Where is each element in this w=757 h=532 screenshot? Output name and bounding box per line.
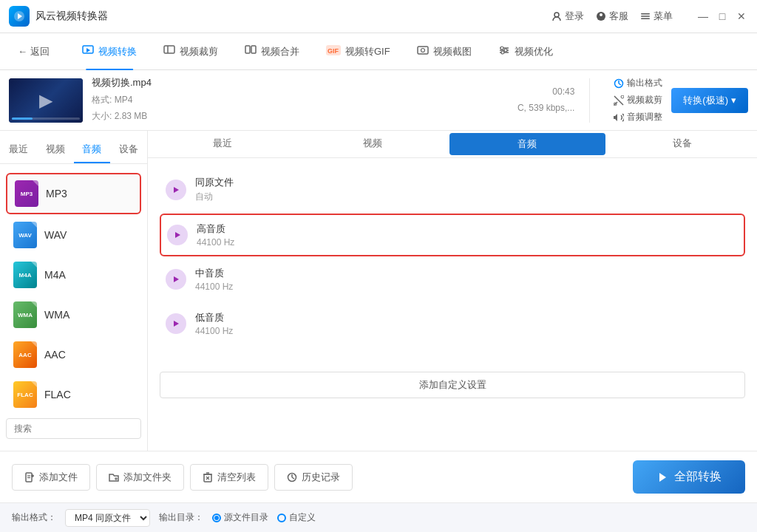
audio-adjust-btn[interactable]: 音频调整 bbox=[614, 111, 662, 123]
main-content: ▶ 视频切换.mp4 格式: MP4 大小: 2.83 MB 00:43 C, … bbox=[0, 70, 757, 451]
format-wav[interactable]: WAV WAV bbox=[6, 216, 141, 254]
tab-recent[interactable]: 最近 bbox=[0, 137, 37, 163]
nav-video-merge[interactable]: 视频合并 bbox=[233, 33, 311, 70]
file-details: 视频切换.mp4 格式: MP4 大小: 2.83 MB bbox=[92, 76, 509, 124]
nav-video-gif[interactable]: GIF 视频转GIF bbox=[314, 33, 402, 70]
svg-point-2 bbox=[554, 13, 559, 17]
svg-marker-29 bbox=[174, 187, 179, 193]
quality-high[interactable]: 高音质 44100 Hz bbox=[160, 214, 745, 256]
quality-tab-video[interactable]: 视频 bbox=[298, 131, 448, 157]
quality-low-icon bbox=[166, 313, 186, 334]
convert-all-button[interactable]: 全部转换 bbox=[633, 460, 745, 494]
svg-point-15 bbox=[421, 49, 424, 52]
quality-medium-info: 中音质 44100 Hz bbox=[195, 267, 739, 292]
quality-low-info: 低音质 44100 Hz bbox=[195, 311, 739, 336]
mp3-icon: MP3 bbox=[15, 180, 38, 207]
nav-video-optimize-icon bbox=[498, 44, 510, 58]
nav-video-convert[interactable]: 视频转换 bbox=[70, 33, 149, 70]
history-button[interactable]: 历史记录 bbox=[274, 464, 353, 491]
nav-video-screenshot-icon bbox=[417, 44, 429, 58]
service-button[interactable]: 客服 bbox=[596, 10, 628, 23]
flac-icon: FLAC bbox=[13, 381, 37, 408]
m4a-icon: M4A bbox=[13, 262, 37, 288]
quality-original-icon bbox=[166, 180, 186, 200]
format-search-input[interactable] bbox=[6, 418, 141, 439]
output-format-select[interactable]: MP4 同原文件 bbox=[65, 509, 150, 527]
file-size: 大小: 2.83 MB bbox=[92, 109, 509, 125]
file-format: 格式: MP4 bbox=[92, 92, 509, 109]
format-flac[interactable]: FLAC FLAC bbox=[6, 375, 141, 412]
svg-point-21 bbox=[501, 51, 504, 54]
bottom-bar: 添加文件 添加文件夹 清空列表 历史记录 全部转换 bbox=[0, 451, 757, 502]
quality-tab-device[interactable]: 设备 bbox=[608, 131, 758, 157]
quality-original-info: 同原文件 自动 bbox=[195, 176, 739, 203]
quality-panel: 最近 视频 音频 设备 同原文件 自动 bbox=[148, 131, 757, 451]
svg-line-24 bbox=[619, 83, 621, 85]
quality-tab-recent[interactable]: 最近 bbox=[148, 131, 298, 157]
svg-marker-30 bbox=[175, 232, 180, 238]
quality-high-icon bbox=[167, 225, 188, 245]
nav-video-convert-icon bbox=[82, 44, 94, 58]
source-dir-radio-dot bbox=[212, 514, 221, 522]
wav-icon: WAV bbox=[13, 222, 37, 248]
convert-dropdown-icon: ▾ bbox=[731, 95, 736, 106]
svg-point-19 bbox=[500, 47, 503, 50]
svg-point-20 bbox=[504, 49, 507, 52]
format-panel: 最近 视频 音频 设备 MP3 MP3 WAV WAV bbox=[0, 131, 757, 451]
back-button[interactable]: ← 返回 bbox=[12, 41, 55, 63]
quality-high-info: 高音质 44100 Hz bbox=[197, 222, 738, 248]
wma-icon: WMA bbox=[13, 301, 37, 328]
custom-dir-radio[interactable]: 自定义 bbox=[277, 511, 316, 524]
title-bar: 风云视频转换器 登录 客服 菜单 — □ ✕ bbox=[0, 0, 757, 33]
tab-video[interactable]: 视频 bbox=[37, 137, 74, 163]
format-aac[interactable]: AAC AAC bbox=[6, 335, 141, 374]
output-format-btn[interactable]: 输出格式 bbox=[614, 77, 662, 89]
clear-list-icon bbox=[203, 472, 213, 482]
format-wma[interactable]: WMA WMA bbox=[6, 296, 141, 334]
minimize-button[interactable]: — bbox=[696, 10, 710, 23]
clear-list-button[interactable]: 清空列表 bbox=[190, 464, 268, 491]
add-folder-button[interactable]: 添加文件夹 bbox=[96, 464, 184, 491]
app-title: 风云视频转换器 bbox=[35, 10, 551, 23]
add-custom-button[interactable]: 添加自定义设置 bbox=[160, 372, 745, 398]
aac-icon: AAC bbox=[13, 341, 37, 368]
history-icon bbox=[287, 472, 297, 482]
nav-video-cut-icon bbox=[163, 44, 175, 58]
svg-marker-7 bbox=[86, 48, 90, 52]
svg-rect-11 bbox=[251, 46, 256, 53]
add-file-icon bbox=[24, 472, 35, 482]
nav-video-cut[interactable]: 视频裁剪 bbox=[152, 33, 230, 70]
nav-video-screenshot[interactable]: 视频截图 bbox=[405, 33, 483, 70]
svg-rect-4 bbox=[641, 16, 650, 17]
convert-all-icon bbox=[656, 471, 668, 483]
tab-device[interactable]: 设备 bbox=[110, 137, 147, 163]
svg-marker-32 bbox=[174, 321, 179, 327]
close-button[interactable]: ✕ bbox=[735, 10, 748, 23]
add-file-button[interactable]: 添加文件 bbox=[12, 464, 90, 491]
source-dir-radio[interactable]: 源文件目录 bbox=[212, 511, 268, 524]
convert-button[interactable]: 转换(极速) ▾ bbox=[671, 88, 748, 113]
quality-tab-row: 最近 视频 音频 设备 bbox=[148, 131, 757, 158]
nav-video-optimize[interactable]: 视频优化 bbox=[486, 33, 565, 70]
svg-rect-5 bbox=[641, 18, 650, 20]
file-thumbnail: ▶ bbox=[9, 78, 83, 123]
menu-button[interactable]: 菜单 bbox=[640, 10, 673, 23]
svg-line-47 bbox=[292, 477, 294, 479]
quality-low[interactable]: 低音质 44100 Hz bbox=[160, 302, 745, 345]
quality-tab-audio[interactable]: 音频 bbox=[449, 133, 605, 155]
svg-marker-31 bbox=[174, 276, 179, 282]
tab-audio[interactable]: 音频 bbox=[74, 137, 111, 163]
format-label: 输出格式： bbox=[12, 511, 56, 524]
file-name: 视频切换.mp4 bbox=[92, 76, 509, 89]
format-mp3[interactable]: MP3 MP3 bbox=[6, 173, 141, 214]
quality-original[interactable]: 同原文件 自动 bbox=[160, 167, 745, 212]
nav-video-merge-icon bbox=[245, 44, 257, 58]
app-logo bbox=[9, 6, 30, 27]
format-m4a[interactable]: M4A M4A bbox=[6, 256, 141, 294]
quality-items: 同原文件 自动 高音质 44100 Hz bbox=[148, 158, 757, 451]
login-button[interactable]: 登录 bbox=[551, 10, 584, 23]
quality-medium[interactable]: 中音质 44100 Hz bbox=[160, 258, 745, 301]
video-cut-btn[interactable]: 视频裁剪 bbox=[614, 94, 662, 106]
maximize-button[interactable]: □ bbox=[716, 10, 729, 23]
dir-label: 输出目录： bbox=[159, 511, 203, 524]
